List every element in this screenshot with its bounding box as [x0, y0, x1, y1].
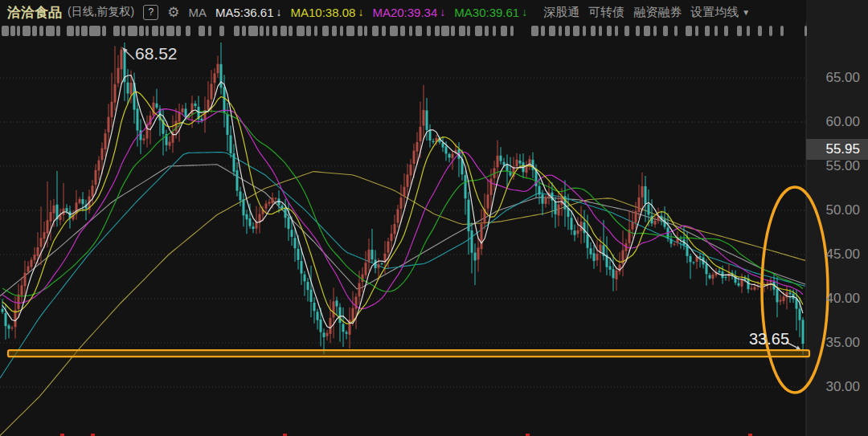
redacted-blob	[435, 26, 440, 36]
redacted-blob	[17, 26, 20, 36]
redacted-blob	[599, 26, 602, 36]
redacted-blob	[591, 26, 596, 36]
ma250-line	[0, 172, 805, 436]
annotation-peak-price: 68.52	[135, 44, 178, 63]
redacted-blob	[242, 26, 246, 36]
ma5-value: MA5:36.61↓	[215, 6, 282, 19]
axis-price-label: 65.00	[806, 70, 868, 86]
ma-settings-button[interactable]: 设置均线▼	[690, 5, 750, 20]
stock-chart-app: 洽洽食品 (日线,前复权) ? ⚙ MA MA5:36.61↓ MA10:38.…	[0, 0, 868, 436]
ma5-line	[2, 75, 803, 328]
redacted-blob	[89, 26, 100, 36]
redacted-blob	[747, 26, 750, 36]
redacted-blob	[121, 26, 125, 36]
redacted-blob	[32, 26, 37, 36]
redacted-blob	[364, 26, 367, 36]
redacted-blob	[549, 26, 555, 36]
redacted-blob	[451, 26, 455, 36]
redacted-blob	[624, 26, 629, 36]
redacted-blob	[358, 26, 362, 36]
redacted-blob	[705, 26, 710, 36]
redacted-blob	[186, 26, 190, 36]
ma10-value: MA10:38.08↓	[291, 6, 364, 19]
redacted-blob	[674, 26, 678, 36]
ma10-line	[2, 92, 803, 324]
redacted-blob	[322, 26, 329, 36]
redacted-blob	[573, 26, 579, 36]
gear-icon[interactable]: ⚙	[167, 6, 179, 19]
redacted-blob	[758, 26, 762, 36]
redacted-blob	[493, 26, 496, 36]
redacted-blob	[382, 26, 386, 36]
redacted-blob	[475, 26, 482, 36]
menu-item-convertible-bond[interactable]: 可转债	[588, 5, 624, 20]
redacted-blob	[714, 26, 718, 36]
ma20-line	[2, 109, 803, 309]
redacted-blob	[615, 26, 618, 36]
redacted-blob	[67, 26, 74, 36]
redacted-blob	[166, 26, 174, 36]
redacted-blob	[780, 26, 784, 36]
redacted-blob	[441, 26, 449, 36]
menu-item-margin-trading[interactable]: 融资融券	[633, 5, 682, 20]
redacted-blob	[248, 26, 258, 36]
redacted-blob	[636, 26, 640, 36]
ma20-value: MA20:39.34↓	[372, 6, 445, 19]
axis-price-label: 40.00	[806, 291, 868, 307]
ma30-text: MA30:39.61	[454, 6, 519, 19]
axis-price-label: 45.00	[806, 247, 868, 263]
redacted-blob	[467, 26, 470, 36]
stock-name: 洽洽食品	[7, 3, 62, 22]
ma10-text: MA10:38.08	[291, 6, 356, 19]
down-arrow-icon: ↓	[276, 6, 282, 18]
redacted-blob	[695, 26, 698, 36]
redacted-blob	[686, 26, 692, 36]
redacted-blob	[607, 26, 612, 36]
ma20-text: MA20:39.34	[372, 6, 437, 19]
menu-item-sz-connect[interactable]: 深股通	[543, 5, 579, 20]
current-price-marker: 55.95	[806, 139, 868, 160]
redacted-blob	[644, 26, 650, 36]
candlestick-layer	[2, 43, 805, 355]
redacted-blob	[737, 26, 742, 36]
axis-price-label: 30.00	[806, 379, 868, 395]
redacted-blob	[559, 26, 562, 36]
redacted-blob	[145, 26, 149, 36]
axis-price-label: 60.00	[806, 114, 868, 130]
redacted-blob	[306, 26, 311, 36]
redacted-blob	[332, 26, 337, 36]
ma30-line	[2, 111, 803, 295]
redacted-blob	[653, 26, 657, 36]
redacted-blob	[208, 26, 211, 36]
redacted-blob	[510, 26, 514, 36]
redacted-blob	[340, 26, 343, 36]
redacted-blob	[280, 26, 287, 36]
redacted-blob	[160, 26, 164, 36]
redacted-blob	[199, 26, 205, 36]
ma60-line	[0, 153, 805, 379]
redacted-blob	[113, 26, 120, 36]
down-arrow-icon: ↓	[522, 6, 527, 18]
ma-settings-label: 设置均线	[690, 5, 739, 20]
redacted-blob	[272, 26, 277, 36]
redacted-blob	[39, 26, 43, 36]
ma5-text: MA5:36.61	[215, 6, 274, 19]
axis-price-label: 35.00	[806, 335, 868, 351]
redacted-blob	[2, 26, 9, 36]
annotation-trough-price: 33.65	[749, 330, 789, 348]
chart-header: 洽洽食品 (日线,前复权) ? ⚙ MA MA5:36.61↓ MA10:38.…	[0, 0, 868, 24]
redacted-blob	[390, 26, 398, 36]
redacted-blob	[23, 26, 31, 36]
redacted-blob	[297, 26, 305, 36]
redacted-blob	[427, 26, 431, 36]
redacted-blob	[289, 26, 293, 36]
ma30-value: MA30:39.61↓	[454, 6, 527, 19]
ma-group-label: MA	[188, 6, 207, 19]
redacted-blob	[234, 26, 240, 36]
help-button[interactable]: ?	[143, 5, 158, 20]
redacted-blob	[81, 26, 88, 36]
candlestick-chart[interactable]	[0, 0, 868, 436]
redacted-blob	[372, 26, 379, 36]
redacted-blob	[176, 26, 181, 36]
redacted-blob	[314, 26, 317, 36]
